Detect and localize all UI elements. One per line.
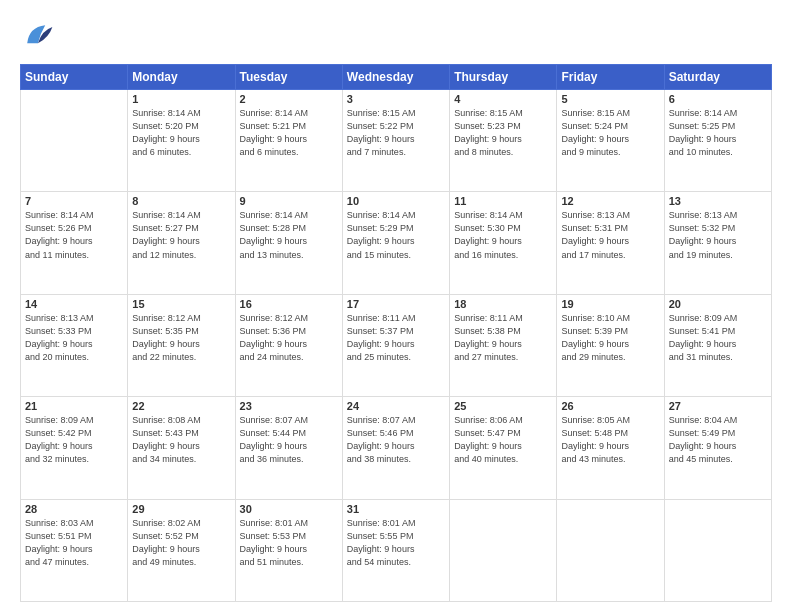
day-info: Sunrise: 8:05 AMSunset: 5:48 PMDaylight:… xyxy=(561,414,659,466)
calendar-cell: 17Sunrise: 8:11 AMSunset: 5:37 PMDayligh… xyxy=(342,294,449,396)
week-row-2: 7Sunrise: 8:14 AMSunset: 5:26 PMDaylight… xyxy=(21,192,772,294)
calendar-cell xyxy=(21,90,128,192)
day-number: 11 xyxy=(454,195,552,207)
calendar-cell: 13Sunrise: 8:13 AMSunset: 5:32 PMDayligh… xyxy=(664,192,771,294)
day-info: Sunrise: 8:09 AMSunset: 5:42 PMDaylight:… xyxy=(25,414,123,466)
day-number: 21 xyxy=(25,400,123,412)
calendar-cell: 8Sunrise: 8:14 AMSunset: 5:27 PMDaylight… xyxy=(128,192,235,294)
day-info: Sunrise: 8:15 AMSunset: 5:23 PMDaylight:… xyxy=(454,107,552,159)
page: SundayMondayTuesdayWednesdayThursdayFrid… xyxy=(0,0,792,612)
weekday-header-sunday: Sunday xyxy=(21,65,128,90)
calendar-cell: 9Sunrise: 8:14 AMSunset: 5:28 PMDaylight… xyxy=(235,192,342,294)
day-number: 23 xyxy=(240,400,338,412)
day-info: Sunrise: 8:01 AMSunset: 5:55 PMDaylight:… xyxy=(347,517,445,569)
calendar-cell: 15Sunrise: 8:12 AMSunset: 5:35 PMDayligh… xyxy=(128,294,235,396)
day-info: Sunrise: 8:14 AMSunset: 5:27 PMDaylight:… xyxy=(132,209,230,261)
calendar-cell: 19Sunrise: 8:10 AMSunset: 5:39 PMDayligh… xyxy=(557,294,664,396)
day-info: Sunrise: 8:10 AMSunset: 5:39 PMDaylight:… xyxy=(561,312,659,364)
calendar-cell: 4Sunrise: 8:15 AMSunset: 5:23 PMDaylight… xyxy=(450,90,557,192)
day-number: 19 xyxy=(561,298,659,310)
day-info: Sunrise: 8:02 AMSunset: 5:52 PMDaylight:… xyxy=(132,517,230,569)
calendar-cell: 27Sunrise: 8:04 AMSunset: 5:49 PMDayligh… xyxy=(664,397,771,499)
day-info: Sunrise: 8:14 AMSunset: 5:26 PMDaylight:… xyxy=(25,209,123,261)
day-number: 17 xyxy=(347,298,445,310)
day-number: 12 xyxy=(561,195,659,207)
calendar-cell: 12Sunrise: 8:13 AMSunset: 5:31 PMDayligh… xyxy=(557,192,664,294)
day-info: Sunrise: 8:11 AMSunset: 5:37 PMDaylight:… xyxy=(347,312,445,364)
calendar-cell: 23Sunrise: 8:07 AMSunset: 5:44 PMDayligh… xyxy=(235,397,342,499)
calendar-cell xyxy=(450,499,557,601)
calendar-cell: 29Sunrise: 8:02 AMSunset: 5:52 PMDayligh… xyxy=(128,499,235,601)
day-number: 13 xyxy=(669,195,767,207)
calendar-cell xyxy=(557,499,664,601)
day-number: 26 xyxy=(561,400,659,412)
day-info: Sunrise: 8:08 AMSunset: 5:43 PMDaylight:… xyxy=(132,414,230,466)
day-number: 31 xyxy=(347,503,445,515)
day-info: Sunrise: 8:01 AMSunset: 5:53 PMDaylight:… xyxy=(240,517,338,569)
calendar-cell: 21Sunrise: 8:09 AMSunset: 5:42 PMDayligh… xyxy=(21,397,128,499)
header xyxy=(20,18,772,54)
calendar-cell: 26Sunrise: 8:05 AMSunset: 5:48 PMDayligh… xyxy=(557,397,664,499)
weekday-header-friday: Friday xyxy=(557,65,664,90)
day-info: Sunrise: 8:13 AMSunset: 5:33 PMDaylight:… xyxy=(25,312,123,364)
calendar-cell: 2Sunrise: 8:14 AMSunset: 5:21 PMDaylight… xyxy=(235,90,342,192)
calendar-cell: 5Sunrise: 8:15 AMSunset: 5:24 PMDaylight… xyxy=(557,90,664,192)
day-number: 1 xyxy=(132,93,230,105)
day-number: 15 xyxy=(132,298,230,310)
day-info: Sunrise: 8:12 AMSunset: 5:36 PMDaylight:… xyxy=(240,312,338,364)
weekday-header-wednesday: Wednesday xyxy=(342,65,449,90)
calendar-cell: 16Sunrise: 8:12 AMSunset: 5:36 PMDayligh… xyxy=(235,294,342,396)
day-number: 18 xyxy=(454,298,552,310)
week-row-5: 28Sunrise: 8:03 AMSunset: 5:51 PMDayligh… xyxy=(21,499,772,601)
weekday-header-tuesday: Tuesday xyxy=(235,65,342,90)
day-info: Sunrise: 8:15 AMSunset: 5:24 PMDaylight:… xyxy=(561,107,659,159)
weekday-header-thursday: Thursday xyxy=(450,65,557,90)
week-row-4: 21Sunrise: 8:09 AMSunset: 5:42 PMDayligh… xyxy=(21,397,772,499)
day-info: Sunrise: 8:14 AMSunset: 5:20 PMDaylight:… xyxy=(132,107,230,159)
day-number: 7 xyxy=(25,195,123,207)
day-number: 2 xyxy=(240,93,338,105)
calendar-cell: 20Sunrise: 8:09 AMSunset: 5:41 PMDayligh… xyxy=(664,294,771,396)
day-number: 4 xyxy=(454,93,552,105)
calendar: SundayMondayTuesdayWednesdayThursdayFrid… xyxy=(20,64,772,602)
day-info: Sunrise: 8:09 AMSunset: 5:41 PMDaylight:… xyxy=(669,312,767,364)
day-info: Sunrise: 8:13 AMSunset: 5:32 PMDaylight:… xyxy=(669,209,767,261)
calendar-cell: 28Sunrise: 8:03 AMSunset: 5:51 PMDayligh… xyxy=(21,499,128,601)
calendar-cell: 14Sunrise: 8:13 AMSunset: 5:33 PMDayligh… xyxy=(21,294,128,396)
day-number: 6 xyxy=(669,93,767,105)
calendar-cell: 7Sunrise: 8:14 AMSunset: 5:26 PMDaylight… xyxy=(21,192,128,294)
day-number: 27 xyxy=(669,400,767,412)
weekday-header-row: SundayMondayTuesdayWednesdayThursdayFrid… xyxy=(21,65,772,90)
calendar-cell xyxy=(664,499,771,601)
day-number: 30 xyxy=(240,503,338,515)
calendar-cell: 6Sunrise: 8:14 AMSunset: 5:25 PMDaylight… xyxy=(664,90,771,192)
day-number: 9 xyxy=(240,195,338,207)
calendar-cell: 22Sunrise: 8:08 AMSunset: 5:43 PMDayligh… xyxy=(128,397,235,499)
logo xyxy=(20,18,60,54)
day-info: Sunrise: 8:15 AMSunset: 5:22 PMDaylight:… xyxy=(347,107,445,159)
day-info: Sunrise: 8:07 AMSunset: 5:46 PMDaylight:… xyxy=(347,414,445,466)
day-info: Sunrise: 8:14 AMSunset: 5:28 PMDaylight:… xyxy=(240,209,338,261)
calendar-cell: 24Sunrise: 8:07 AMSunset: 5:46 PMDayligh… xyxy=(342,397,449,499)
day-number: 8 xyxy=(132,195,230,207)
day-info: Sunrise: 8:14 AMSunset: 5:21 PMDaylight:… xyxy=(240,107,338,159)
calendar-cell: 30Sunrise: 8:01 AMSunset: 5:53 PMDayligh… xyxy=(235,499,342,601)
calendar-cell: 11Sunrise: 8:14 AMSunset: 5:30 PMDayligh… xyxy=(450,192,557,294)
day-number: 22 xyxy=(132,400,230,412)
day-number: 14 xyxy=(25,298,123,310)
logo-icon xyxy=(20,18,56,54)
day-number: 29 xyxy=(132,503,230,515)
day-number: 20 xyxy=(669,298,767,310)
calendar-cell: 10Sunrise: 8:14 AMSunset: 5:29 PMDayligh… xyxy=(342,192,449,294)
calendar-cell: 18Sunrise: 8:11 AMSunset: 5:38 PMDayligh… xyxy=(450,294,557,396)
day-number: 5 xyxy=(561,93,659,105)
weekday-header-saturday: Saturday xyxy=(664,65,771,90)
weekday-header-monday: Monday xyxy=(128,65,235,90)
day-number: 28 xyxy=(25,503,123,515)
day-info: Sunrise: 8:07 AMSunset: 5:44 PMDaylight:… xyxy=(240,414,338,466)
day-info: Sunrise: 8:03 AMSunset: 5:51 PMDaylight:… xyxy=(25,517,123,569)
calendar-cell: 31Sunrise: 8:01 AMSunset: 5:55 PMDayligh… xyxy=(342,499,449,601)
day-info: Sunrise: 8:12 AMSunset: 5:35 PMDaylight:… xyxy=(132,312,230,364)
day-number: 24 xyxy=(347,400,445,412)
day-info: Sunrise: 8:13 AMSunset: 5:31 PMDaylight:… xyxy=(561,209,659,261)
